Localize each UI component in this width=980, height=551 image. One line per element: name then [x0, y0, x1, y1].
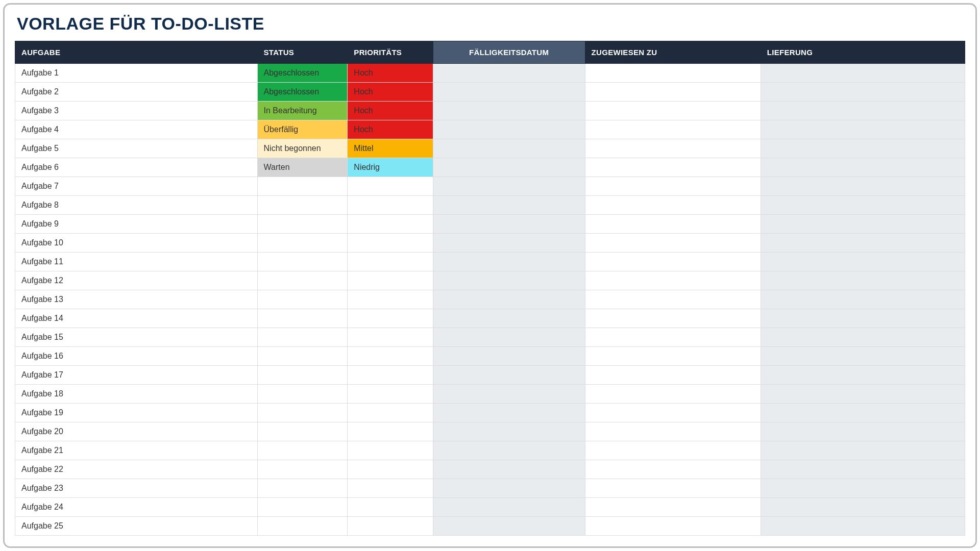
cell-prioritaet[interactable]: Hoch	[348, 120, 433, 139]
cell-faelligkeit[interactable]	[433, 460, 585, 479]
cell-lieferung[interactable]	[761, 290, 965, 309]
cell-aufgabe[interactable]: Aufgabe 9	[15, 215, 258, 234]
col-header-zugewiesen[interactable]: ZUGEWIESEN ZU	[585, 41, 761, 64]
cell-lieferung[interactable]	[761, 498, 965, 517]
cell-faelligkeit[interactable]	[433, 422, 585, 441]
cell-prioritaet[interactable]: Niedrig	[348, 158, 433, 177]
cell-aufgabe[interactable]: Aufgabe 21	[15, 441, 258, 460]
cell-status[interactable]	[257, 196, 348, 215]
cell-faelligkeit[interactable]	[433, 498, 585, 517]
cell-faelligkeit[interactable]	[433, 215, 585, 234]
cell-faelligkeit[interactable]	[433, 196, 585, 215]
col-header-aufgabe[interactable]: AUFGABE	[15, 41, 258, 64]
cell-lieferung[interactable]	[761, 253, 965, 271]
cell-prioritaet[interactable]	[348, 498, 433, 517]
cell-zugewiesen[interactable]	[585, 479, 761, 498]
cell-prioritaet[interactable]: Hoch	[348, 83, 433, 102]
cell-aufgabe[interactable]: Aufgabe 7	[15, 177, 258, 196]
cell-aufgabe[interactable]: Aufgabe 13	[15, 290, 258, 309]
cell-aufgabe[interactable]: Aufgabe 5	[15, 139, 258, 158]
cell-faelligkeit[interactable]	[433, 479, 585, 498]
cell-faelligkeit[interactable]	[433, 441, 585, 460]
cell-lieferung[interactable]	[761, 441, 965, 460]
cell-lieferung[interactable]	[761, 385, 965, 404]
cell-zugewiesen[interactable]	[585, 347, 761, 366]
cell-zugewiesen[interactable]	[585, 196, 761, 215]
cell-aufgabe[interactable]: Aufgabe 6	[15, 158, 258, 177]
cell-status[interactable]	[257, 441, 348, 460]
cell-prioritaet[interactable]	[348, 441, 433, 460]
cell-status[interactable]	[257, 460, 348, 479]
cell-zugewiesen[interactable]	[585, 120, 761, 139]
cell-prioritaet[interactable]	[348, 271, 433, 290]
cell-status[interactable]: Abgeschlossen	[257, 83, 348, 102]
cell-lieferung[interactable]	[761, 404, 965, 422]
cell-zugewiesen[interactable]	[585, 309, 761, 328]
cell-lieferung[interactable]	[761, 271, 965, 290]
cell-status[interactable]: Nicht begonnen	[257, 139, 348, 158]
cell-faelligkeit[interactable]	[433, 120, 585, 139]
cell-status[interactable]	[257, 215, 348, 234]
cell-aufgabe[interactable]: Aufgabe 1	[15, 64, 258, 83]
cell-prioritaet[interactable]	[348, 196, 433, 215]
cell-zugewiesen[interactable]	[585, 234, 761, 253]
cell-prioritaet[interactable]	[348, 347, 433, 366]
cell-faelligkeit[interactable]	[433, 366, 585, 385]
cell-status[interactable]	[257, 309, 348, 328]
cell-prioritaet[interactable]	[348, 366, 433, 385]
cell-lieferung[interactable]	[761, 479, 965, 498]
cell-zugewiesen[interactable]	[585, 422, 761, 441]
cell-prioritaet[interactable]	[348, 328, 433, 347]
cell-zugewiesen[interactable]	[585, 366, 761, 385]
cell-lieferung[interactable]	[761, 328, 965, 347]
cell-lieferung[interactable]	[761, 120, 965, 139]
cell-aufgabe[interactable]: Aufgabe 17	[15, 366, 258, 385]
cell-aufgabe[interactable]: Aufgabe 3	[15, 102, 258, 120]
cell-prioritaet[interactable]	[348, 177, 433, 196]
cell-zugewiesen[interactable]	[585, 404, 761, 422]
cell-lieferung[interactable]	[761, 234, 965, 253]
cell-aufgabe[interactable]: Aufgabe 19	[15, 404, 258, 422]
cell-aufgabe[interactable]: Aufgabe 18	[15, 385, 258, 404]
cell-prioritaet[interactable]	[348, 385, 433, 404]
cell-lieferung[interactable]	[761, 366, 965, 385]
cell-zugewiesen[interactable]	[585, 139, 761, 158]
cell-aufgabe[interactable]: Aufgabe 24	[15, 498, 258, 517]
cell-faelligkeit[interactable]	[433, 102, 585, 120]
cell-zugewiesen[interactable]	[585, 102, 761, 120]
cell-status[interactable]	[257, 177, 348, 196]
cell-faelligkeit[interactable]	[433, 158, 585, 177]
cell-faelligkeit[interactable]	[433, 64, 585, 83]
cell-faelligkeit[interactable]	[433, 328, 585, 347]
cell-zugewiesen[interactable]	[585, 253, 761, 271]
cell-status[interactable]	[257, 347, 348, 366]
cell-aufgabe[interactable]: Aufgabe 20	[15, 422, 258, 441]
cell-zugewiesen[interactable]	[585, 460, 761, 479]
cell-zugewiesen[interactable]	[585, 215, 761, 234]
cell-prioritaet[interactable]	[348, 290, 433, 309]
cell-lieferung[interactable]	[761, 422, 965, 441]
cell-prioritaet[interactable]: Mittel	[348, 139, 433, 158]
cell-status[interactable]	[257, 290, 348, 309]
cell-lieferung[interactable]	[761, 102, 965, 120]
cell-faelligkeit[interactable]	[433, 309, 585, 328]
cell-lieferung[interactable]	[761, 158, 965, 177]
cell-status[interactable]	[257, 385, 348, 404]
cell-aufgabe[interactable]: Aufgabe 10	[15, 234, 258, 253]
cell-status[interactable]	[257, 234, 348, 253]
cell-status[interactable]	[257, 366, 348, 385]
cell-zugewiesen[interactable]	[585, 83, 761, 102]
cell-zugewiesen[interactable]	[585, 271, 761, 290]
cell-aufgabe[interactable]: Aufgabe 15	[15, 328, 258, 347]
cell-faelligkeit[interactable]	[433, 385, 585, 404]
cell-status[interactable]: Überfällig	[257, 120, 348, 139]
cell-lieferung[interactable]	[761, 215, 965, 234]
cell-faelligkeit[interactable]	[433, 177, 585, 196]
cell-zugewiesen[interactable]	[585, 177, 761, 196]
col-header-lieferung[interactable]: LIEFERUNG	[761, 41, 965, 64]
cell-prioritaet[interactable]	[348, 479, 433, 498]
cell-aufgabe[interactable]: Aufgabe 11	[15, 253, 258, 271]
cell-lieferung[interactable]	[761, 460, 965, 479]
cell-aufgabe[interactable]: Aufgabe 12	[15, 271, 258, 290]
cell-zugewiesen[interactable]	[585, 158, 761, 177]
